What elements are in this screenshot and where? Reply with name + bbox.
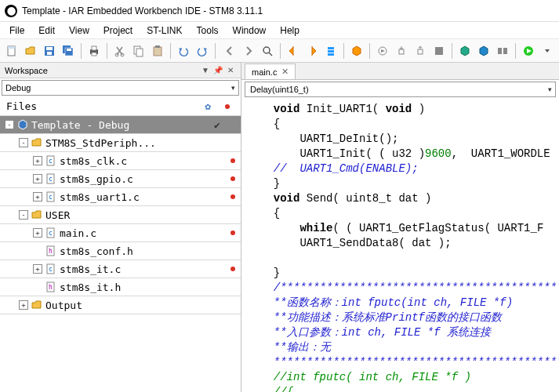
tree-item[interactable]: +Output bbox=[0, 296, 241, 314]
breakpoint-button[interactable] bbox=[348, 42, 365, 60]
cut-button[interactable] bbox=[111, 42, 129, 60]
tree-item[interactable]: +cstm8s_uart1.c bbox=[0, 188, 241, 206]
gear-icon[interactable]: ✿ bbox=[205, 100, 211, 112]
cfile-icon: c bbox=[45, 155, 56, 166]
window-title: Template - IAR Embedded Workbench IDE - … bbox=[22, 5, 263, 16]
step-into-button[interactable] bbox=[393, 42, 410, 60]
code-editor[interactable]: void Init_UART1( void ) { UART1_DeInit()… bbox=[241, 99, 559, 392]
toolbar bbox=[0, 39, 559, 63]
panel-close-icon[interactable]: ✕ bbox=[225, 65, 236, 76]
modified-dot-icon bbox=[230, 158, 235, 163]
prev-bookmark-button[interactable] bbox=[285, 42, 302, 60]
tree-item[interactable]: +cmain.c bbox=[0, 224, 241, 242]
tree-toggle-icon[interactable]: + bbox=[33, 174, 42, 183]
step-out-button[interactable] bbox=[412, 42, 429, 60]
editor-tab-bar: main.c ✕ bbox=[241, 63, 559, 80]
step-over-button[interactable] bbox=[374, 42, 391, 60]
tree-item[interactable]: +cstm8s_clk.c bbox=[0, 152, 241, 170]
save-all-button[interactable] bbox=[60, 42, 77, 60]
compile-button[interactable] bbox=[456, 42, 474, 60]
tree-item[interactable]: +cstm8s_gpio.c bbox=[0, 170, 241, 188]
tree-status-column bbox=[225, 176, 241, 181]
run-to-button[interactable] bbox=[430, 42, 448, 60]
open-button[interactable] bbox=[22, 42, 39, 60]
tree-item-label: STM8S_StdPeriph... bbox=[45, 137, 209, 149]
panel-dropdown-icon[interactable]: ▼ bbox=[200, 65, 211, 76]
tree-item[interactable]: -STM8S_StdPeriph... bbox=[0, 134, 241, 152]
tree-toggle-icon[interactable]: - bbox=[5, 120, 14, 129]
toggle-bookmark-button[interactable] bbox=[322, 42, 339, 60]
svg-text:c: c bbox=[49, 158, 53, 165]
save-button[interactable] bbox=[41, 42, 58, 60]
download-debug-button[interactable] bbox=[520, 42, 537, 60]
configuration-dropdown[interactable]: Debug bbox=[2, 80, 239, 96]
copy-button[interactable] bbox=[130, 42, 147, 60]
svg-rect-28 bbox=[498, 48, 502, 54]
tree-status-column bbox=[225, 158, 241, 163]
redo-button[interactable] bbox=[194, 42, 211, 60]
menu-view[interactable]: View bbox=[63, 24, 96, 38]
svg-rect-26 bbox=[418, 49, 423, 54]
svg-rect-10 bbox=[92, 53, 96, 56]
paste-button[interactable] bbox=[149, 42, 166, 60]
svg-rect-21 bbox=[328, 47, 334, 49]
function-breadcrumb[interactable]: Delay(uint16_t) bbox=[245, 82, 556, 97]
svg-rect-29 bbox=[503, 48, 507, 54]
nav-back-button[interactable] bbox=[221, 42, 238, 60]
menu-st-link[interactable]: ST-LINK bbox=[140, 24, 188, 38]
workspace-title: Workspace bbox=[5, 66, 198, 75]
tree-item[interactable]: -USER bbox=[0, 206, 241, 224]
folder-icon bbox=[31, 137, 42, 148]
svg-point-17 bbox=[263, 47, 270, 53]
tree-item[interactable]: hstm8s_it.h bbox=[0, 278, 241, 296]
menu-edit[interactable]: Edit bbox=[32, 24, 61, 38]
tree-status-column bbox=[225, 194, 241, 199]
panel-pin-icon[interactable]: 📌 bbox=[212, 65, 223, 76]
file-tree[interactable]: -Template - Debug✔-STM8S_StdPeriph...+cs… bbox=[0, 116, 241, 314]
search-button[interactable] bbox=[259, 42, 276, 60]
tree-toggle-icon[interactable]: + bbox=[33, 156, 42, 165]
undo-button[interactable] bbox=[175, 42, 192, 60]
modified-dot-icon bbox=[230, 194, 235, 199]
svg-rect-7 bbox=[67, 49, 71, 51]
menu-window[interactable]: Window bbox=[227, 24, 273, 38]
nav-fwd-button[interactable] bbox=[240, 42, 257, 60]
editor-tab[interactable]: main.c ✕ bbox=[245, 64, 296, 79]
tree-toggle-icon[interactable]: - bbox=[19, 210, 28, 220]
menu-help[interactable]: Help bbox=[274, 24, 306, 38]
tree-item-label: stm8s_it.h bbox=[60, 281, 209, 293]
tree-root[interactable]: -Template - Debug✔ bbox=[0, 116, 241, 134]
menu-project[interactable]: Project bbox=[97, 24, 139, 38]
configuration-value: Debug bbox=[5, 83, 31, 93]
tree-item-label: stm8s_clk.c bbox=[60, 155, 209, 167]
svg-text:c: c bbox=[49, 230, 53, 237]
workspace-panel: Workspace ▼ 📌 ✕ Debug Files ✿ -Template … bbox=[0, 63, 241, 392]
tree-toggle-icon[interactable]: + bbox=[33, 264, 42, 274]
cfile-icon: c bbox=[45, 173, 56, 184]
tree-toggle-icon[interactable]: - bbox=[19, 138, 28, 147]
tree-toggle-icon[interactable]: + bbox=[33, 192, 42, 201]
tree-item[interactable]: hstm8s_conf.h bbox=[0, 242, 241, 260]
tree-toggle-icon[interactable]: + bbox=[33, 228, 42, 238]
menu-tools[interactable]: Tools bbox=[191, 24, 225, 38]
make-button[interactable] bbox=[475, 42, 492, 60]
tree-status-column bbox=[225, 230, 241, 235]
new-file-button[interactable] bbox=[3, 42, 20, 60]
titlebar: ⬤ Template - IAR Embedded Workbench IDE … bbox=[0, 0, 559, 22]
debug-dropdown-button[interactable] bbox=[539, 42, 556, 60]
toggle-view-button[interactable] bbox=[494, 42, 511, 60]
workspace-header: Workspace ▼ 📌 ✕ bbox=[0, 63, 241, 78]
next-bookmark-button[interactable] bbox=[303, 42, 321, 60]
close-icon[interactable]: ✕ bbox=[281, 67, 289, 77]
svg-text:c: c bbox=[49, 176, 53, 183]
breadcrumb-label: Delay(uint16_t) bbox=[250, 85, 309, 94]
tree-check-column: ✔ bbox=[209, 119, 225, 131]
tree-item[interactable]: +cstm8s_it.c bbox=[0, 260, 241, 278]
svg-rect-27 bbox=[435, 47, 443, 55]
menu-file[interactable]: File bbox=[3, 24, 31, 38]
svg-text:h: h bbox=[49, 284, 53, 291]
cube-icon bbox=[17, 119, 28, 130]
print-button[interactable] bbox=[85, 42, 103, 60]
tree-toggle-icon[interactable]: + bbox=[19, 300, 28, 310]
modified-dot-icon bbox=[230, 267, 235, 271]
